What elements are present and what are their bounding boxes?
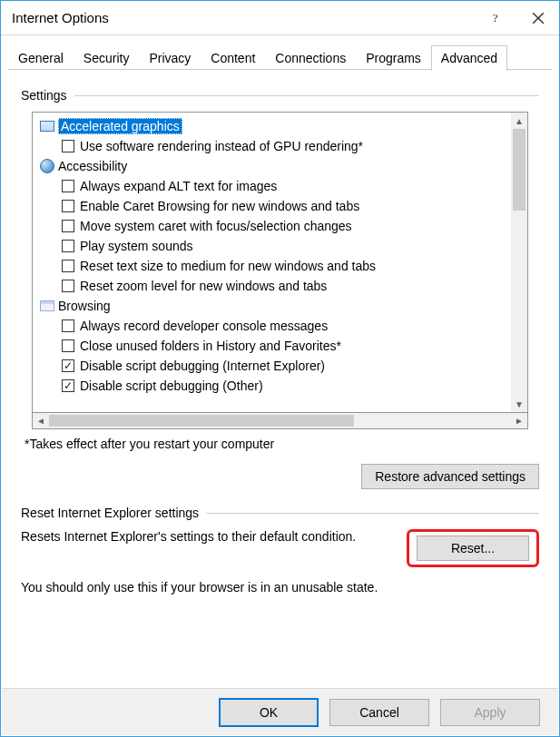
tree-checkbox-item[interactable]: Always expand ALT text for images xyxy=(36,176,509,196)
reset-heading-label: Reset Internet Explorer settings xyxy=(21,506,206,520)
help-icon: ? xyxy=(490,12,503,25)
tab-privacy[interactable]: Privacy xyxy=(139,45,201,71)
checkbox[interactable] xyxy=(62,339,74,352)
scroll-left-icon[interactable]: ◄ xyxy=(33,413,49,428)
tab-general[interactable]: General xyxy=(8,45,74,71)
scroll-right-icon[interactable]: ► xyxy=(511,413,527,428)
checkbox[interactable] xyxy=(62,359,74,372)
ok-button[interactable]: OK xyxy=(219,698,319,727)
tab-strip: General Security Privacy Content Connect… xyxy=(1,35,559,70)
tree-checkbox-item[interactable]: Always record developer console messages xyxy=(36,316,509,336)
restart-footnote: *Takes effect after you restart your com… xyxy=(25,437,539,451)
apply-button[interactable]: Apply xyxy=(440,699,540,726)
monitor-icon xyxy=(40,120,54,133)
window-title: Internet Options xyxy=(12,10,476,25)
tree-category[interactable]: Browsing xyxy=(36,296,509,316)
heading-divider xyxy=(206,513,539,514)
tree-item-label: Use software rendering instead of GPU re… xyxy=(80,139,363,153)
tree-item-label: Enable Caret Browsing for new windows an… xyxy=(80,199,359,213)
reset-warning: You should only use this if your browser… xyxy=(21,580,539,595)
scroll-up-icon[interactable]: ▲ xyxy=(511,113,527,129)
tree-checkbox-item[interactable]: Play system sounds xyxy=(36,236,509,256)
vertical-scrollbar[interactable]: ▲ ▼ xyxy=(511,113,527,412)
checkbox[interactable] xyxy=(62,200,74,212)
reset-heading: Reset Internet Explorer settings xyxy=(21,506,539,520)
tree-checkbox-item[interactable]: Close unused folders in History and Favo… xyxy=(36,336,509,356)
svg-text:?: ? xyxy=(493,12,498,25)
advanced-pane: Settings Accelerated graphicsUse softwar… xyxy=(1,70,559,604)
tree-checkbox-item[interactable]: Move system caret with focus/selection c… xyxy=(36,216,509,236)
restore-advanced-button[interactable]: Restore advanced settings xyxy=(361,464,539,489)
checkbox[interactable] xyxy=(62,180,74,192)
cancel-button[interactable]: Cancel xyxy=(329,699,429,726)
reset-row: Resets Internet Explorer's settings to t… xyxy=(21,529,539,567)
tab-security[interactable]: Security xyxy=(74,45,140,71)
checkbox[interactable] xyxy=(62,280,74,292)
close-button[interactable] xyxy=(517,5,559,32)
window-icon xyxy=(40,300,54,312)
tree-item-label: Disable script debugging (Other) xyxy=(80,378,263,393)
horizontal-scrollbar[interactable]: ◄ ► xyxy=(32,413,528,429)
settings-tree[interactable]: Accelerated graphicsUse software renderi… xyxy=(33,113,511,412)
tab-connections[interactable]: Connections xyxy=(265,45,356,71)
vscroll-thumb[interactable] xyxy=(513,129,526,211)
close-icon xyxy=(532,12,545,25)
tree-checkbox-item[interactable]: Reset zoom level for new windows and tab… xyxy=(36,276,509,296)
tree-item-label: Always expand ALT text for images xyxy=(80,179,277,193)
checkbox[interactable] xyxy=(62,140,74,152)
tree-item-label: Play system sounds xyxy=(80,239,193,253)
settings-heading: Settings xyxy=(21,88,539,103)
hscroll-thumb[interactable] xyxy=(49,415,354,427)
reset-description: Resets Internet Explorer's settings to t… xyxy=(21,529,394,544)
tree-checkbox-item[interactable]: Use software rendering instead of GPU re… xyxy=(36,136,509,156)
help-button[interactable]: ? xyxy=(476,5,517,32)
tree-item-label: Reset text size to medium for new window… xyxy=(80,259,376,273)
globe-icon xyxy=(40,160,54,172)
tree-item-label: Close unused folders in History and Favo… xyxy=(80,339,341,353)
tree-category-label: Accessibility xyxy=(58,159,127,173)
tab-content[interactable]: Content xyxy=(201,45,265,71)
checkbox[interactable] xyxy=(62,260,74,272)
tree-item-label: Always record developer console messages xyxy=(80,319,328,333)
reset-highlight-box: Reset... xyxy=(407,529,539,567)
tree-item-label: Reset zoom level for new windows and tab… xyxy=(80,279,327,293)
settings-heading-label: Settings xyxy=(21,88,74,103)
settings-listbox[interactable]: Accelerated graphicsUse software renderi… xyxy=(32,112,528,413)
settings-listbox-wrap: Accelerated graphicsUse software renderi… xyxy=(32,112,528,429)
titlebar: Internet Options ? xyxy=(1,1,559,35)
tree-checkbox-item[interactable]: Enable Caret Browsing for new windows an… xyxy=(36,196,509,216)
hscroll-track[interactable] xyxy=(49,413,511,428)
checkbox[interactable] xyxy=(62,379,74,392)
dialog-button-bar: OK Cancel Apply xyxy=(2,688,558,735)
tree-category-label: Accelerated graphics xyxy=(58,118,182,134)
reset-button[interactable]: Reset... xyxy=(417,536,529,561)
tab-programs[interactable]: Programs xyxy=(356,45,431,71)
tree-category[interactable]: Accessibility xyxy=(36,156,509,176)
tree-checkbox-item[interactable]: Disable script debugging (Other) xyxy=(36,376,509,396)
heading-divider xyxy=(74,95,539,96)
tree-item-label: Disable script debugging (Internet Explo… xyxy=(80,359,325,373)
tree-checkbox-item[interactable]: Disable script debugging (Internet Explo… xyxy=(36,356,509,376)
tab-advanced[interactable]: Advanced xyxy=(431,45,507,71)
tree-category-label: Browsing xyxy=(58,299,111,313)
vscroll-track[interactable] xyxy=(511,129,527,396)
checkbox[interactable] xyxy=(62,319,74,332)
tree-category[interactable]: Accelerated graphics xyxy=(36,116,509,136)
tree-checkbox-item[interactable]: Reset text size to medium for new window… xyxy=(36,256,509,276)
checkbox[interactable] xyxy=(62,220,74,232)
tree-item-label: Move system caret with focus/selection c… xyxy=(80,219,352,233)
scroll-down-icon[interactable]: ▼ xyxy=(511,396,527,412)
checkbox[interactable] xyxy=(62,240,74,252)
